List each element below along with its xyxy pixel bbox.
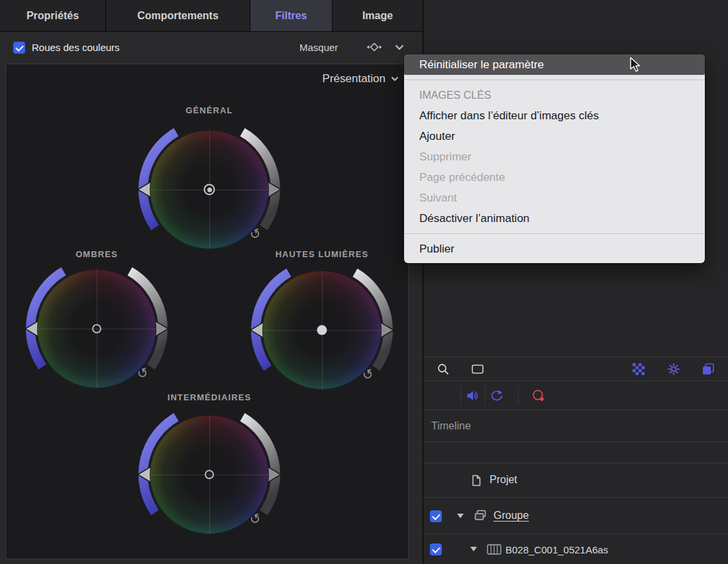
gear-icon[interactable] [667,363,680,376]
presentation-label: Présentation [323,72,386,85]
menu-item-add[interactable]: Ajouter [404,126,705,146]
menu-item-disable-animation[interactable]: Désactiver l’animation [404,208,705,229]
speaker-icon[interactable] [466,389,479,402]
menu-item-reset-parameter[interactable]: Réinitialiser le paramètre [404,54,705,75]
checkerboard-icon[interactable] [633,363,645,375]
divider [518,386,519,405]
clip-row[interactable]: B028_C001_0521A6as [423,534,728,564]
tab-image[interactable]: Image [333,0,423,31]
context-menu: Réinitialiser le paramètre IMAGES CLÉS A… [404,54,705,263]
wheel-center-control[interactable] [204,184,215,196]
chevron-down-icon[interactable] [395,44,404,50]
loop-icon[interactable] [490,390,504,402]
menu-item-show-in-keyframe-editor[interactable]: Afficher dans l’éditeur d’images clés [404,105,705,126]
filter-header: Roues des couleurs Masquer [0,32,423,64]
divider [460,386,461,405]
group-label[interactable]: Groupe [494,510,529,522]
layer-toggle-row [423,381,728,410]
menu-item-previous-page: Page précédente [404,167,705,188]
group-layers-icon [474,509,487,522]
color-wheel-shadows[interactable]: ↺ [21,253,173,405]
color-wheel-highlights[interactable]: ↺ [246,254,398,406]
layer-checkbox[interactable] [430,510,442,522]
project-label: Projet [490,474,517,486]
tab-filtres[interactable]: Filtres [250,0,333,31]
empty-row [423,442,728,463]
project-row[interactable]: Projet [423,463,728,498]
timeline-label-row: Timeline [423,410,728,442]
wheel-center-control[interactable] [317,325,327,335]
region-rect-icon[interactable] [471,363,484,376]
clip-label: B028_C001_0521A6as [505,544,608,555]
filter-title: Roues des couleurs [32,42,120,53]
disclosure-triangle-icon[interactable] [470,545,478,552]
layer-checkbox[interactable] [430,543,442,555]
menu-item-next: Suivant [404,188,705,208]
timeline-label: Timeline [431,420,471,431]
divider [485,386,486,405]
chevron-down-icon [391,76,399,82]
animation-menu-icon[interactable] [366,40,383,54]
menu-item-delete: Supprimer [404,146,705,167]
filmstrip-icon [487,543,501,555]
wheel-center-control[interactable] [92,324,101,333]
disclosure-triangle-icon[interactable] [456,512,464,519]
tab-proprietes[interactable]: Propriétés [0,0,106,31]
mouse-cursor [630,57,645,73]
color-wheels-panel: Présentation GÉNÉRAL OMBRES HAUTES LUMIÈ… [5,64,409,559]
record-icon[interactable] [532,389,545,402]
clone-layers-icon[interactable] [702,363,715,376]
timeline-toolbar [423,357,728,381]
search-icon[interactable] [437,363,450,376]
hide-button[interactable]: Masquer [299,42,338,53]
menu-section-images-cles: IMAGES CLÉS [404,85,705,105]
wheel-center-control[interactable] [205,470,214,479]
tab-comportements[interactable]: Comportements [106,0,250,31]
presentation-dropdown[interactable]: Présentation [323,72,399,85]
menu-separator [404,233,705,234]
menu-item-publish[interactable]: Publier [404,239,705,259]
file-icon [470,474,483,487]
menu-separator [404,80,705,80]
color-wheel-midtones[interactable]: ↺ [133,398,286,551]
group-row[interactable]: Groupe [423,498,728,534]
color-wheel-general[interactable]: ↺ [133,113,286,266]
inspector-tab-bar: Propriétés Comportements Filtres Image [0,0,423,32]
filter-enable-checkbox[interactable] [13,42,25,54]
